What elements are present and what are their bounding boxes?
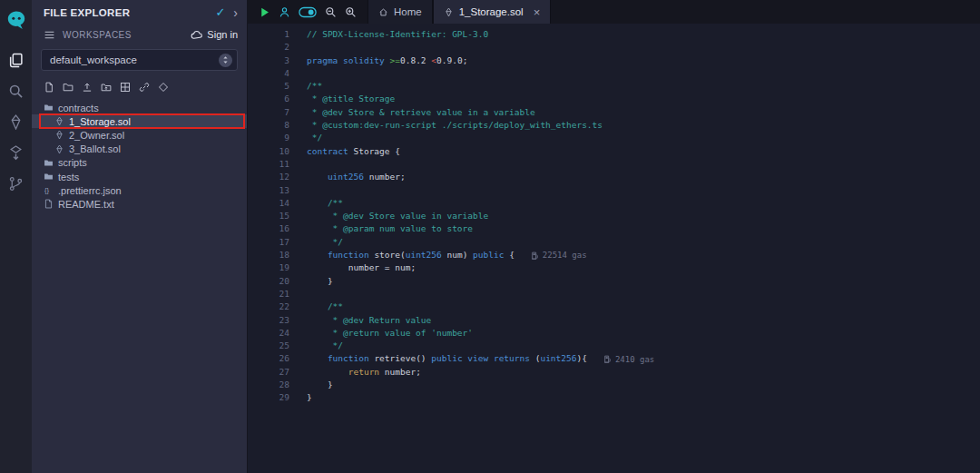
gas-estimate-text: 2410 gas bbox=[615, 353, 654, 366]
editor-area: Home1_Storage.sol× 123456789101112131415… bbox=[248, 0, 980, 473]
line-number: 13 bbox=[248, 184, 289, 197]
folder-icon bbox=[44, 103, 54, 113]
tree-item-label: .prettierrc.json bbox=[58, 185, 122, 196]
solidity-icon bbox=[54, 144, 64, 154]
close-tab-icon[interactable]: × bbox=[534, 6, 541, 18]
code-line-12[interactable]: uint256 number; bbox=[307, 171, 980, 183]
code-line-5[interactable]: /** bbox=[307, 80, 980, 93]
code-line-19[interactable]: number = num; bbox=[307, 261, 980, 274]
zoom-out-icon[interactable] bbox=[325, 6, 337, 18]
search-icon[interactable] bbox=[0, 75, 32, 106]
tree-item-label: tests bbox=[58, 172, 79, 182]
code-line-14[interactable]: /** bbox=[307, 197, 980, 210]
workspaces-label: WORKSPACES bbox=[63, 30, 183, 40]
tree-item-.prettierrc.json[interactable]: {}.prettierrc.json bbox=[32, 183, 247, 197]
code-line-8[interactable]: * @custom:dev-run-script ./scripts/deplo… bbox=[307, 119, 980, 132]
tab-1_Storage.sol[interactable]: 1_Storage.sol× bbox=[433, 0, 552, 24]
sign-in-button[interactable]: Sign in bbox=[191, 29, 238, 41]
code-line-16[interactable]: * @param num value to store bbox=[307, 222, 980, 235]
code-line-7[interactable]: * @dev Store & retrieve value in a varia… bbox=[307, 106, 980, 119]
gas-pump-icon bbox=[603, 355, 612, 363]
git-icon[interactable] bbox=[0, 168, 32, 199]
code-line-23[interactable]: * @dev Return value bbox=[307, 314, 980, 327]
link-icon[interactable] bbox=[139, 82, 150, 93]
code-line-9[interactable]: */ bbox=[307, 132, 980, 144]
solidity-compiler-icon[interactable] bbox=[0, 106, 32, 137]
code-line-20[interactable]: } bbox=[307, 275, 980, 288]
code-line-10[interactable]: contract Storage { bbox=[307, 145, 980, 158]
run-script-icon[interactable] bbox=[259, 6, 270, 18]
line-number: 3 bbox=[248, 54, 289, 67]
line-number: 14 bbox=[248, 197, 289, 210]
code-line-15[interactable]: * @dev Store value in variable bbox=[307, 210, 980, 222]
line-number: 10 bbox=[248, 145, 289, 158]
line-number: 1 bbox=[248, 28, 289, 41]
line-number: 16 bbox=[248, 222, 289, 235]
load-box-icon[interactable] bbox=[120, 82, 131, 93]
line-number: 18 bbox=[248, 249, 289, 261]
solidity-icon bbox=[444, 7, 454, 17]
code-line-6[interactable]: * @title Storage bbox=[307, 93, 980, 105]
cloud-icon bbox=[191, 29, 202, 41]
upload-file-icon[interactable] bbox=[82, 82, 93, 93]
chevron-right-icon[interactable]: › bbox=[233, 6, 238, 19]
code-area[interactable]: // SPDX-License-Identifier: GPL-3.0pragm… bbox=[289, 28, 980, 473]
tree-item-scripts[interactable]: scripts bbox=[32, 156, 247, 170]
tree-item-3_Ballot.sol[interactable]: 3_Ballot.sol bbox=[32, 143, 247, 156]
line-number: 22 bbox=[248, 301, 289, 313]
code-line-28[interactable]: } bbox=[307, 379, 980, 391]
line-number: 17 bbox=[248, 236, 289, 249]
tree-item-contracts[interactable]: contracts bbox=[32, 101, 247, 114]
file-tree: contracts1_Storage.sol2_Owner.sol3_Ballo… bbox=[32, 101, 247, 212]
code-line-25[interactable]: */ bbox=[307, 340, 980, 352]
gas-estimate-text: 22514 gas bbox=[543, 249, 587, 261]
check-icon[interactable]: ✓ bbox=[215, 6, 225, 18]
workspace-select[interactable]: default_workspace bbox=[41, 49, 238, 71]
ai-assistant-icon[interactable] bbox=[279, 6, 290, 18]
code-line-29[interactable]: } bbox=[307, 391, 980, 404]
code-line-18[interactable]: function store(uint256 num) public {2251… bbox=[307, 249, 980, 261]
line-number: 15 bbox=[248, 210, 289, 222]
editor-tabbar: Home1_Storage.sol× bbox=[248, 0, 980, 24]
new-folder-icon[interactable] bbox=[63, 82, 74, 93]
updown-stepper-icon[interactable] bbox=[219, 54, 232, 67]
line-number: 5 bbox=[248, 80, 289, 93]
home-icon bbox=[378, 7, 388, 17]
file-explorer-icon[interactable] bbox=[0, 44, 32, 75]
upload-folder-icon[interactable] bbox=[101, 82, 112, 93]
gist-diamond-icon[interactable] bbox=[158, 82, 169, 93]
menu-icon[interactable] bbox=[44, 29, 55, 41]
code-line-1[interactable]: // SPDX-License-Identifier: GPL-3.0 bbox=[307, 28, 980, 41]
workspaces-row: WORKSPACES Sign in bbox=[32, 25, 247, 44]
code-line-2[interactable] bbox=[307, 41, 980, 54]
activity-bar bbox=[0, 0, 32, 473]
tree-item-README.txt[interactable]: README.txt bbox=[32, 197, 247, 211]
tab-Home[interactable]: Home bbox=[368, 0, 433, 24]
code-line-4[interactable] bbox=[307, 67, 980, 80]
json-icon: {} bbox=[44, 185, 54, 195]
line-number: 8 bbox=[248, 119, 289, 132]
remix-logo-icon[interactable] bbox=[0, 5, 32, 35]
deploy-run-icon[interactable] bbox=[0, 137, 32, 168]
tab-label: Home bbox=[394, 6, 422, 17]
line-number: 27 bbox=[248, 366, 289, 379]
tab-label: 1_Storage.sol bbox=[459, 6, 524, 17]
code-line-11[interactable] bbox=[307, 158, 980, 171]
code-line-17[interactable]: */ bbox=[307, 236, 980, 249]
tree-item-2_Owner.sol[interactable]: 2_Owner.sol bbox=[32, 128, 247, 142]
code-line-3[interactable]: pragma solidity >=0.8.2 <0.9.0; bbox=[307, 54, 980, 67]
code-line-21[interactable] bbox=[307, 288, 980, 301]
copilot-toggle-icon[interactable] bbox=[299, 6, 317, 18]
code-line-13[interactable] bbox=[307, 184, 980, 197]
line-number: 28 bbox=[248, 379, 289, 391]
zoom-in-icon[interactable] bbox=[345, 6, 357, 18]
line-number: 26 bbox=[248, 352, 289, 365]
code-line-27[interactable]: return number; bbox=[307, 366, 980, 379]
code-line-24[interactable]: * @return value of 'number' bbox=[307, 327, 980, 340]
code-line-26[interactable]: function retrieve() public view returns … bbox=[307, 352, 980, 365]
tree-item-label: README.txt bbox=[58, 199, 114, 210]
new-file-icon[interactable] bbox=[44, 82, 54, 93]
tree-item-1_Storage.sol[interactable]: 1_Storage.sol bbox=[32, 114, 247, 128]
tree-item-tests[interactable]: tests bbox=[32, 170, 247, 183]
code-line-22[interactable]: /** bbox=[307, 301, 980, 313]
